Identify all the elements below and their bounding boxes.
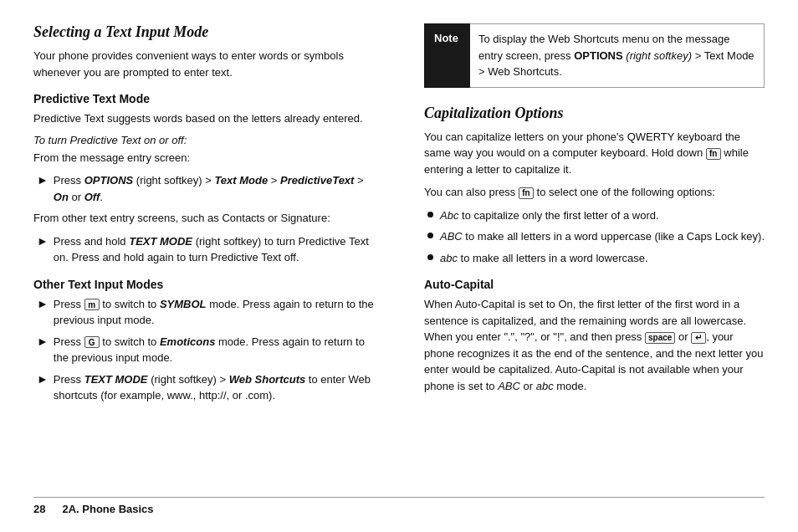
cap-dot-2-text: ABC to make all letters in a word upperc… [440,228,765,245]
predictive-from2: From other text entry screens, such as C… [33,210,374,227]
fn-key-2: fn [519,187,534,199]
predictive-from: From the message entry screen: [33,150,374,166]
main-content: Selecting a Text Input Mode Your phone p… [33,23,765,480]
other-bullet-2-text: Press G to switch to Emoticons mode. Pre… [54,334,374,366]
cap-dot-3-text: abc to make all letters in a word lowerc… [440,250,765,267]
auto-title: Auto-Capital [424,278,765,291]
page: Selecting a Text Input Mode Your phone p… [0,0,798,532]
other-bullet-2: ► Press G to switch to Emoticons mode. P… [37,334,374,366]
predictive-title: Predictive Text Mode [33,92,374,105]
note-label: Note [424,23,470,88]
cap-dot-3: abc to make all letters in a word lowerc… [427,250,765,267]
symbol-key: m [84,299,100,310]
other-bullet-3-text: Press TEXT MODE (right softkey) > Web Sh… [54,371,374,404]
cap-body-2: You can also press fn to select one of t… [424,184,765,201]
space-key: space [645,332,675,344]
footer-page-number: 28 [33,503,45,515]
cap-dot-1: Abc to capitalize only the first letter … [427,207,765,224]
dot-icon-1 [427,212,433,217]
note-content: To display the Web Shortcuts menu on the… [470,23,765,88]
other-title: Other Text Input Modes [33,278,374,291]
note-box: Note To display the Web Shortcuts menu o… [424,23,765,88]
intro-text: Your phone provides convenient ways to e… [33,48,374,80]
cap-title: Capitalization Options [424,105,765,122]
arrow-icon-5: ► [37,372,49,386]
other-bullet-1: ► Press m to switch to SYMBOL mode. Pres… [37,296,374,329]
predictive-bullet-2: ► Press and hold TEXT MODE (right softke… [37,233,374,266]
arrow-icon-4: ► [37,335,49,348]
enter-key: ↵ [691,332,706,344]
predictive-italic: To turn Predictive Text on or off: [33,134,374,146]
footer-section: 2A. Phone Basics [62,503,153,515]
arrow-icon: ► [37,173,49,187]
predictive-bullet-1: ► Press OPTIONS (right softkey) > Text M… [37,172,374,205]
auto-body: When Auto-Capital is set to On, the firs… [424,296,765,394]
right-column: Note To display the Web Shortcuts menu o… [416,23,765,480]
cap-body-1: You can capitalize letters on your phone… [424,129,765,178]
other-bullet-3: ► Press TEXT MODE (right softkey) > Web … [37,371,374,404]
cap-dot-1-text: Abc to capitalize only the first letter … [440,207,765,224]
predictive-bullet-1-text: Press OPTIONS (right softkey) > Text Mod… [54,172,374,205]
footer: 28 2A. Phone Basics [33,497,765,515]
dot-icon-3 [427,254,433,260]
predictive-bullet-2-text: Press and hold TEXT MODE (right softkey)… [54,233,374,266]
dot-icon-2 [427,233,433,238]
fn-key-1: fn [706,148,721,160]
left-column: Selecting a Text Input Mode Your phone p… [33,23,382,480]
other-bullet-1-text: Press m to switch to SYMBOL mode. Press … [54,296,374,329]
arrow-icon-2: ► [37,234,49,248]
cap-dot-2: ABC to make all letters in a word upperc… [427,228,765,245]
section-title: Selecting a Text Input Mode [33,23,374,41]
emoticons-key: G [84,336,100,348]
predictive-body: Predictive Text suggests words based on … [33,110,374,127]
arrow-icon-3: ► [37,297,49,310]
